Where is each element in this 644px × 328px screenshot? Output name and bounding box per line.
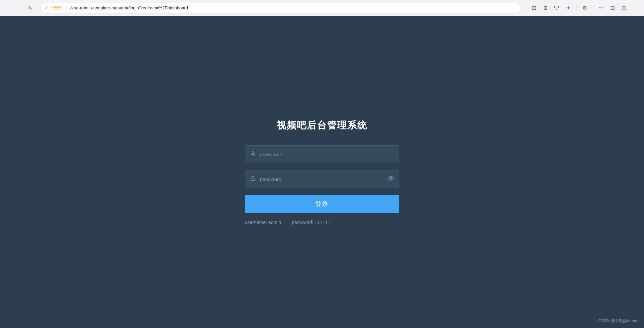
extensions-icon: ⊞ bbox=[543, 5, 548, 11]
forward-button[interactable]: → bbox=[15, 3, 24, 13]
favorites-icon: ☆ bbox=[599, 5, 603, 11]
more-icon: ⋯ bbox=[633, 5, 638, 11]
tab-button[interactable]: ⊡ bbox=[529, 3, 539, 13]
profile-button[interactable]: ⊙ bbox=[619, 3, 629, 13]
svg-point-0 bbox=[252, 152, 254, 153]
extensions-button[interactable]: ⊞ bbox=[541, 3, 550, 13]
security-label: 不安全 bbox=[50, 5, 62, 11]
refresh-button[interactable]: ↻ bbox=[26, 3, 35, 13]
login-container: 视频吧后台管理系统 bbox=[245, 119, 399, 225]
refresh-icon: ↻ bbox=[28, 5, 33, 11]
favorites-button[interactable]: ☆ bbox=[596, 3, 606, 13]
security-warning: ⚠ 不安全 bbox=[45, 5, 62, 11]
main-content: 视频吧后台管理系统 bbox=[0, 16, 644, 328]
password-input[interactable] bbox=[245, 170, 399, 188]
separator bbox=[576, 5, 577, 11]
back-icon: ← bbox=[6, 5, 11, 11]
hint-text: username: admin password: 111111 bbox=[245, 220, 399, 225]
collections-button[interactable]: ⊟ bbox=[608, 3, 617, 13]
hint-password: password: 111111 bbox=[292, 220, 330, 225]
reading-button[interactable]: ✈ bbox=[563, 3, 573, 13]
collections-icon: ⊟ bbox=[610, 5, 615, 11]
login-form: 登录 username: admin password: 111111 bbox=[245, 145, 399, 225]
app-title: 视频吧后台管理系统 bbox=[277, 119, 367, 132]
forward-icon: → bbox=[17, 5, 22, 11]
tab-icon: ⊡ bbox=[532, 5, 536, 11]
address-text: /vue-admin-template-master/#/login?redir… bbox=[70, 5, 517, 10]
settings-button[interactable]: ⚙ bbox=[580, 3, 589, 13]
login-button[interactable]: 登录 bbox=[245, 195, 399, 213]
shield-button[interactable]: 🛡 bbox=[552, 3, 561, 13]
browser-chrome: ← → ↻ ⚠ 不安全 | /vue-admin-template-master… bbox=[0, 0, 644, 16]
address-bar[interactable]: ⚠ 不安全 | /vue-admin-template-master/#/log… bbox=[40, 3, 521, 13]
more-button[interactable]: ⋯ bbox=[631, 3, 640, 13]
separator2 bbox=[593, 5, 593, 11]
profile-icon: ⊙ bbox=[621, 4, 627, 12]
nav-buttons: ← → ↻ bbox=[4, 3, 35, 13]
svg-rect-1 bbox=[251, 178, 255, 180]
user-icon bbox=[250, 151, 256, 158]
security-icon: ⚠ bbox=[45, 5, 49, 10]
username-input[interactable] bbox=[245, 145, 399, 163]
browser-actions: ⊡ ⊞ 🛡 ✈ ⚙ ☆ ⊟ ⊙ ⋯ bbox=[529, 3, 640, 13]
hint-username: username: admin bbox=[245, 220, 281, 225]
username-wrapper bbox=[245, 145, 399, 163]
lock-icon bbox=[250, 176, 256, 182]
shield-icon: 🛡 bbox=[554, 5, 559, 11]
watermark: CSDN @辛勤的farmer bbox=[598, 318, 639, 324]
back-button[interactable]: ← bbox=[4, 3, 13, 13]
settings-icon: ⚙ bbox=[582, 5, 587, 11]
password-wrapper bbox=[245, 170, 399, 188]
reading-icon: ✈ bbox=[566, 5, 570, 11]
eye-toggle-icon[interactable] bbox=[388, 176, 394, 182]
